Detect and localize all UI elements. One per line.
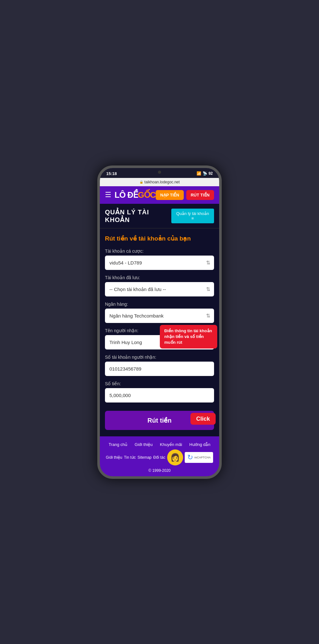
- copyright-bar: © 1999-2020: [105, 467, 214, 473]
- phone-frame: 15:18 📶 📡 92 🔒 taikhoan.lodegoc.net ☰ LÔ…: [97, 165, 222, 479]
- account-bar: QUẢN LÝ TÀI KHOẢN Quản lý tài khoản ≡: [100, 204, 219, 228]
- amount-group: Số tiền:: [105, 381, 214, 402]
- footer-link-sitemap[interactable]: Sitemap: [137, 455, 152, 460]
- logo-goc: GỐC: [138, 190, 156, 200]
- footer-link-huong-dan[interactable]: Hướng dẫn: [189, 442, 211, 447]
- recaptcha-text: reCAPTCHA: [194, 456, 211, 459]
- recaptcha-widget: ↻ reCAPTCHA: [185, 452, 213, 463]
- account-number-group: Số tài khoản người nhận:: [105, 355, 214, 376]
- header-buttons: NẠP TIỀN RÚT TIỀN: [156, 190, 214, 200]
- amount-label: Số tiền:: [105, 381, 214, 386]
- footer-link-trang-chu[interactable]: Trang chủ: [108, 442, 127, 447]
- rut-tien-header-button[interactable]: RÚT TIỀN: [186, 190, 214, 200]
- betting-account-select[interactable]: vidu54 - LD789: [105, 256, 214, 270]
- account-number-input[interactable]: [105, 362, 214, 376]
- hamburger-icon[interactable]: ☰: [105, 191, 111, 199]
- submit-wrapper: Rút tiền Click: [105, 408, 214, 430]
- copyright-text: © 1999-2020: [148, 468, 171, 473]
- lock-icon: 🔒: [139, 180, 143, 184]
- bank-select[interactable]: Ngân hàng Techcombank: [105, 309, 214, 323]
- account-bar-title: QUẢN LÝ TÀI KHOẢN: [105, 208, 171, 224]
- section-title: Rút tiền về tài khoản của bạn: [105, 235, 214, 242]
- saved-account-label: Tài khoản đã lưu:: [105, 275, 214, 280]
- saved-account-select[interactable]: -- Chọn tài khoản đã lưu --: [105, 282, 214, 296]
- status-icons: 📶 📡 92: [197, 171, 213, 176]
- tooltip-box: Điền thông tin tài khoản nhận tiền và số…: [160, 325, 217, 349]
- logo-area: ☰ LÔ ĐỀGỐC: [105, 190, 156, 200]
- footer-link-tin-tuc[interactable]: Tin tức: [124, 455, 136, 460]
- main-content: Rút tiền về tài khoản của bạn Tài khoản …: [100, 228, 219, 436]
- betting-account-wrapper: vidu54 - LD789 ⇅: [105, 256, 214, 270]
- signal-icon: 📶: [197, 171, 201, 176]
- footer-link-doi-tac[interactable]: Đối tác: [153, 455, 166, 460]
- url-bar[interactable]: 🔒 taikhoan.lodegoc.net: [100, 178, 219, 186]
- camera-dot: [158, 171, 161, 174]
- chat-avatar[interactable]: 👩: [167, 449, 183, 465]
- url-text: taikhoan.lodegoc.net: [145, 180, 180, 184]
- footer-link-khuyen-mai[interactable]: Khuyến mãi: [160, 442, 182, 447]
- betting-account-label: Tài khoản cá cược:: [105, 249, 214, 254]
- manage-account-button[interactable]: Quản lý tài khoản ≡: [171, 209, 214, 223]
- recipient-name-group: Tên người nhận: Điền thông tin tài khoản…: [105, 328, 214, 349]
- saved-account-wrapper: -- Chọn tài khoản đã lưu -- ⇅: [105, 282, 214, 296]
- nap-tien-button[interactable]: NẠP TIỀN: [156, 190, 183, 200]
- footer-links-row1: Trang chủ Giới thiệu Khuyến mãi Hướng dẫ…: [105, 442, 214, 447]
- amount-input[interactable]: [105, 388, 214, 402]
- betting-account-group: Tài khoản cá cược: vidu54 - LD789 ⇅: [105, 249, 214, 270]
- logo: LÔ ĐỀGỐC: [115, 190, 156, 200]
- footer-link-gioi-thieu-2[interactable]: Giới thiệu: [106, 455, 122, 460]
- footer: Trang chủ Giới thiệu Khuyến mãi Hướng dẫ…: [100, 436, 219, 476]
- bank-wrapper: Ngân hàng Techcombank ⇅: [105, 309, 214, 323]
- bank-label: Ngân hàng:: [105, 302, 214, 307]
- battery-display: 92: [209, 171, 213, 176]
- recaptcha-icon: ↻: [187, 453, 193, 462]
- saved-account-group: Tài khoản đã lưu: -- Chọn tài khoản đã l…: [105, 275, 214, 296]
- footer-bottom: Giới thiệu Tin tức Sitemap Đối tác 👩 ↻ r…: [105, 449, 214, 465]
- time-display: 15:18: [106, 171, 117, 176]
- notch: [140, 168, 179, 177]
- bank-group: Ngân hàng: Ngân hàng Techcombank ⇅: [105, 302, 214, 323]
- wifi-icon: 📡: [203, 171, 207, 176]
- account-number-label: Số tài khoản người nhận:: [105, 355, 214, 360]
- header: ☰ LÔ ĐỀGỐC NẠP TIỀN RÚT TIỀN: [100, 186, 219, 204]
- footer-link-gioi-thieu[interactable]: Giới thiệu: [135, 442, 152, 447]
- click-badge: Click: [190, 413, 216, 425]
